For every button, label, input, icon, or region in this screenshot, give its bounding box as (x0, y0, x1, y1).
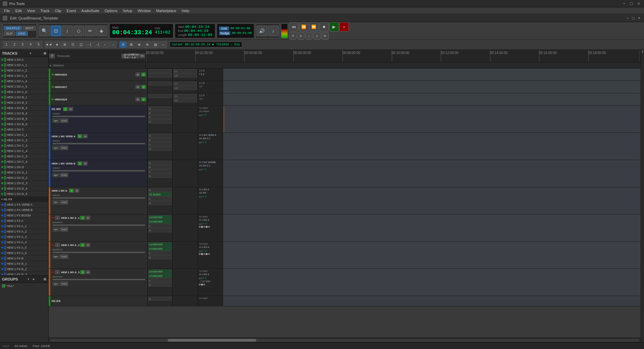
track-solo-mxa2[interactable]: S (80, 243, 85, 247)
scroll-right-btn[interactable]: ← (101, 41, 109, 48)
insert-c-mxa1[interactable]: c (148, 224, 172, 228)
dyn-button-verb-b[interactable]: dyn (52, 173, 59, 177)
pan-dot-5-mxa1[interactable] (208, 226, 210, 228)
groups-expand[interactable]: ▼ (27, 278, 30, 281)
track-mute-1[interactable]: M (136, 72, 140, 77)
grid-mode-button[interactable]: GRID (16, 31, 28, 36)
maximize-button[interactable]: □ (629, 1, 634, 6)
io-output-mxa[interactable]: H1 MX (199, 191, 222, 194)
insert-a-verb-a[interactable]: a (148, 134, 172, 138)
track-solo-mxa[interactable]: S (69, 189, 74, 193)
back-button[interactable]: ◄◄ (45, 41, 52, 48)
track-list-item-40[interactable]: HEM 1 FX B_3 (0, 272, 48, 275)
track-list-item-39[interactable]: HEM 1 FX B_2 (0, 266, 48, 272)
track-list-item-8[interactable]: HEM 1 DX B_2 (0, 100, 48, 105)
track-solo-2[interactable]: S (141, 85, 146, 89)
track-mute-verb-a[interactable]: M (83, 134, 88, 138)
io-output-verb-a[interactable]: H1 MX.5.1 (199, 137, 222, 140)
track-fader-mxa1[interactable] (52, 225, 145, 226)
track-list-item-27[interactable]: HEM 1 FX VERB A (0, 202, 48, 207)
menu-window[interactable]: Window (135, 8, 153, 13)
pan-dot-1-mxa1[interactable] (199, 226, 201, 228)
track-fader-verb-b[interactable] (52, 170, 145, 171)
track-list-item-16[interactable]: HEM 1 DX C_3 (0, 143, 48, 148)
insert-d-verb-a[interactable]: d (148, 147, 172, 151)
track-rec-led-mxa3[interactable] (52, 271, 54, 273)
menu-track[interactable]: Track (38, 8, 52, 13)
grabber-tool-button[interactable]: ◇ (73, 26, 84, 36)
insert-slot-1-a[interactable] (148, 69, 172, 73)
insert-b-mxa2[interactable]: b H1MXVER (148, 247, 172, 251)
io-output-1[interactable]: v p p (199, 72, 222, 76)
forward-button[interactable]: ◄ (53, 41, 60, 48)
track-list-item-33[interactable]: HEM 1 FX A_3 (0, 234, 48, 240)
auto-button[interactable]: ↔ (160, 41, 167, 48)
track-input-mxa2[interactable]: I (55, 243, 60, 247)
insert-a-h2dx[interactable]: a (148, 297, 172, 301)
insert-a-mxa1[interactable]: a H1MXVER (148, 215, 172, 219)
groups-add-button[interactable]: + (33, 277, 35, 281)
track-solo-3[interactable]: S (141, 97, 146, 101)
track-content-2[interactable] (223, 81, 641, 93)
pan-dot-2-mxa3[interactable] (201, 284, 203, 286)
insert-b-mxa1[interactable]: b H1MXVER (148, 219, 172, 223)
menu-edit[interactable]: Edit (13, 8, 24, 13)
send-slot-2-b[interactable]: 1 0 (173, 86, 197, 90)
track-content-1[interactable] (223, 68, 641, 81)
link-button[interactable]: ⊟ (119, 41, 127, 48)
send-slot-3-a[interactable]: 1 1 (173, 94, 197, 98)
track-input-mxa1[interactable]: I (55, 216, 60, 220)
scroll-to-sel[interactable]: → (109, 41, 117, 48)
pencil-tool-button[interactable]: ✏ (85, 26, 96, 36)
track-fader-mxa[interactable] (52, 197, 145, 199)
track-mute-2[interactable]: M (136, 85, 140, 89)
pan-dot-4-mxa1[interactable] (206, 226, 208, 228)
track-list-item-13[interactable]: HEM 1 DX C (0, 127, 48, 132)
insert-c-verb-a[interactable]: c (148, 142, 172, 146)
read-button-mxa[interactable]: read (60, 200, 68, 204)
io-input-1[interactable]: 1 1 0 (199, 69, 222, 72)
track-list-item-4[interactable]: HEM 1 DX A_4 (0, 79, 48, 84)
group-expand-arrow-26[interactable]: ▸ (1, 198, 3, 201)
track-list-item-18[interactable]: HEM 1 DX C_5 (0, 154, 48, 159)
track-fader-h1mx[interactable] (52, 116, 145, 117)
scrub-tool-button[interactable]: ◈ (96, 26, 107, 36)
track-content-3[interactable] (223, 93, 641, 105)
insert-b-verb-b[interactable]: b (148, 165, 172, 169)
track-list-item-6[interactable]: HEM 1 DX A_6 (0, 89, 48, 95)
io-output-2[interactable]: vol (199, 85, 222, 88)
menu-audiosuite[interactable]: AudioSuite (79, 8, 102, 13)
minimize-button[interactable]: − (622, 1, 627, 6)
insert-c-mxa2[interactable]: c (148, 251, 172, 255)
io-input-h2dx[interactable]: no input (199, 297, 222, 300)
insert-d-mxa2[interactable]: d (148, 255, 172, 259)
menu-setup[interactable]: Setup (120, 8, 135, 13)
io-output-3[interactable]: vol (199, 97, 222, 100)
dyn-button-verb-a[interactable]: dyn (52, 146, 59, 150)
pan-dot-3-mxa2[interactable] (203, 253, 205, 255)
grid-label[interactable]: Grid (219, 27, 229, 31)
track-list-item-11[interactable]: HEM 1 DX B_5 (0, 116, 48, 121)
session-minimize[interactable]: − (626, 16, 630, 20)
countoff-button[interactable]: 2 (313, 32, 321, 40)
track-content-verb-a[interactable] (223, 133, 641, 160)
track-list-item-14[interactable]: HEM 1 DX C_1 (0, 132, 48, 138)
track-list-item-7[interactable]: HEM 1 DX B_1 (0, 95, 48, 100)
pan-dot-3-mxa3[interactable] (203, 284, 205, 286)
insert-slot-2-a[interactable] (148, 82, 172, 86)
record-button[interactable]: ● (339, 22, 349, 32)
zoom-preset-4[interactable]: 4 (27, 41, 34, 48)
scroll-left[interactable]: →| (93, 41, 101, 48)
track-list-item-5[interactable]: HEM 1 DX A_5 (0, 84, 48, 89)
nudge-label[interactable]: Nudge (219, 31, 231, 35)
menu-file[interactable]: File (1, 8, 13, 13)
io-output-verb-b[interactable]: H1 MX.5.1 (199, 164, 222, 167)
send-slot-1-b[interactable]: 1 0 (173, 73, 197, 78)
trim-tool-button[interactable]: ⊡ (51, 26, 61, 36)
insert-bleed-mxa[interactable]: H1 BLEED (148, 192, 172, 196)
track-mute-h1mx[interactable]: M (68, 107, 73, 111)
track-mute-mxa2[interactable]: M (86, 243, 90, 247)
midi-button[interactable]: ♪ (268, 26, 279, 36)
track-list-item-9[interactable]: HEM 1 DX B_3 (0, 105, 48, 111)
track-solo-mxa1[interactable]: S (80, 216, 85, 220)
